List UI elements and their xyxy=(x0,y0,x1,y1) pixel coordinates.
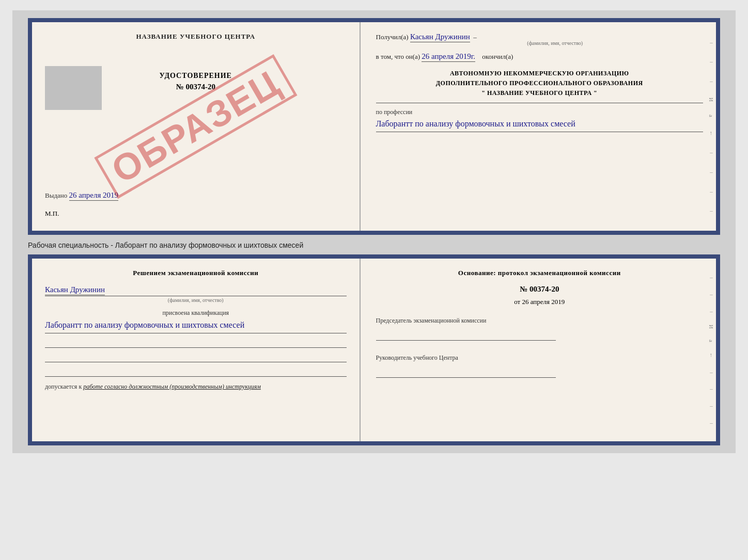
i-mark-b: И xyxy=(708,325,714,329)
dash-b2: – xyxy=(710,291,713,297)
predsedatel-label: Председатель экзаменационной комиссии xyxy=(376,316,703,325)
page-wrapper: НАЗВАНИЕ УЧЕБНОГО ЦЕНТРА ОБРАЗЕЦ УДОСТОВ… xyxy=(12,10,736,453)
blank-line-2 xyxy=(45,353,347,362)
kvalifikaciya-label: присвоена квалификация xyxy=(45,309,347,317)
bottom-document: Решением экзаменационной комиссии Касьян… xyxy=(28,254,720,445)
dopuskaetsya-label: допускается к работе согласно должностны… xyxy=(45,382,347,391)
blank-line-1 xyxy=(45,339,347,348)
a-mark-b: а xyxy=(708,340,714,342)
predsedatel-block: Председатель экзаменационной комиссии xyxy=(376,316,703,341)
top-doc-right: Получил(а) Касьян Дружинин – (фамилия, и… xyxy=(361,22,716,231)
dash-3: – xyxy=(710,78,713,84)
dash-7: – xyxy=(710,207,713,214)
protocol-date-prefix: от xyxy=(514,298,520,306)
right-side-marks-top: – – – И а ← – – – – xyxy=(707,22,716,231)
dash-b6: – xyxy=(710,403,713,409)
right-side-marks-bottom: – – – И а ← – – – – xyxy=(707,259,716,441)
rukovoditel-block: Руководитель учебного Центра xyxy=(376,354,703,378)
dash-4: – xyxy=(710,149,713,155)
protocol-number: № 00374-20 xyxy=(376,285,703,294)
okoncil-label: окончил(а) xyxy=(482,53,513,60)
dopuskaetsya-value: работе согласно должностным (производств… xyxy=(83,383,261,390)
dash-2: – xyxy=(710,58,713,65)
osnovanie-title: Основание: протокол экзаменационной коми… xyxy=(376,269,703,277)
dash-b4: – xyxy=(710,369,713,375)
org-line1: АВТОНОМНУЮ НЕКОММЕРЧЕСКУЮ ОРГАНИЗАЦИЮ xyxy=(376,69,703,78)
center-title: НАЗВАНИЕ УЧЕБНОГО ЦЕНТРА xyxy=(45,33,347,41)
dopuskaetsya-prefix: допускается к xyxy=(45,383,82,390)
vtom-label: в том, что он(а) xyxy=(376,53,420,60)
org-line3: " НАЗВАНИЕ УЧЕБНОГО ЦЕНТРА " xyxy=(376,88,703,98)
arrow-mark: ← xyxy=(708,131,714,136)
top-doc-left: НАЗВАНИЕ УЧЕБНОГО ЦЕНТРА ОБРАЗЕЦ УДОСТОВ… xyxy=(32,22,361,231)
kvalifikaciya-value: Лаборантт по анализу формовочных и шихто… xyxy=(45,319,347,333)
name-line-bottom: Касьян Дружинин xyxy=(45,285,347,296)
po-professii-label: по профессии xyxy=(376,108,703,116)
vtom-date: 26 апреля 2019г. xyxy=(422,52,475,62)
vtom-field: в том, что он(а) 26 апреля 2019г. окончи… xyxy=(376,52,703,61)
rukovoditel-label: Руководитель учебного Центра xyxy=(376,354,703,362)
org-block: АВТОНОМНУЮ НЕКОММЕРЧЕСКУЮ ОРГАНИЗАЦИЮ ДО… xyxy=(376,69,703,103)
a-mark: а xyxy=(708,115,714,117)
name-bottom: Касьян Дружинин xyxy=(45,285,105,295)
profession-block: по профессии Лаборантт по анализу формов… xyxy=(376,108,703,132)
poluchil-name: Касьян Дружинин xyxy=(410,33,470,42)
komissia-title: Решением экзаменационной комиссии xyxy=(45,269,347,277)
poluchil-field: Получил(а) Касьян Дружинин – (фамилия, и… xyxy=(376,33,703,46)
arrow-mark-b: ← xyxy=(708,353,714,358)
blank-line-3 xyxy=(45,367,347,377)
vidano-label: Выдано xyxy=(45,191,67,199)
i-mark: И xyxy=(708,98,714,102)
bottom-doc-left: Решением экзаменационной комиссии Касьян… xyxy=(32,259,361,441)
vidano-date: 26 апреля 2019 xyxy=(69,191,119,201)
photo-placeholder xyxy=(45,66,102,110)
bottom-doc-right: Основание: протокол экзаменационной коми… xyxy=(361,259,716,441)
protocol-date: от 26 апреля 2019 xyxy=(376,298,703,306)
vidano-line: Выдано 26 апреля 2019 xyxy=(45,191,118,200)
dash-b1: – xyxy=(710,274,713,280)
dash-1: – xyxy=(710,39,713,45)
org-line2: ДОПОЛНИТЕЛЬНОГО ПРОФЕССИОНАЛЬНОГО ОБРАЗО… xyxy=(376,78,703,88)
dash-5: – xyxy=(710,169,713,175)
dash-6: – xyxy=(710,188,713,195)
top-document: НАЗВАНИЕ УЧЕБНОГО ЦЕНТРА ОБРАЗЕЦ УДОСТОВ… xyxy=(28,18,720,235)
protocol-date-value: 26 апреля 2019 xyxy=(522,298,565,306)
fio-sublabel-bottom: (фамилия, имя, отчество) xyxy=(45,297,347,303)
mp-label: М.П. xyxy=(45,210,59,218)
profession-value-top: Лаборантт по анализу формовочных и шихто… xyxy=(376,118,703,132)
predsedatel-signature-line xyxy=(376,328,556,341)
dash-b3: – xyxy=(710,308,713,314)
subtitle-text: Рабочая специальность - Лаборант по анал… xyxy=(28,241,720,249)
dash-b5: – xyxy=(710,386,713,392)
dash-b7: – xyxy=(710,420,713,426)
rukovoditel-signature-line xyxy=(376,365,556,378)
poluchil-label: Получил(а) xyxy=(376,33,409,41)
